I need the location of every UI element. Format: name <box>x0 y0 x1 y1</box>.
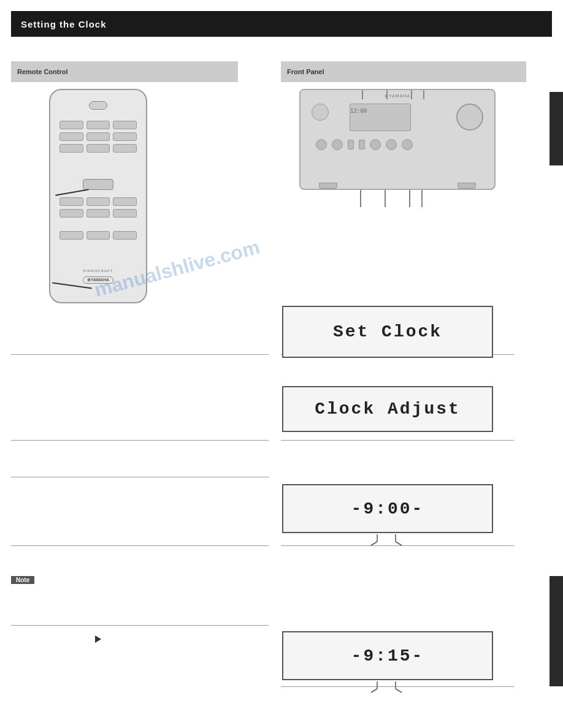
amp-knob-2 <box>332 139 343 150</box>
amp-vline-1 <box>362 90 363 99</box>
remote-lower-btn-2 <box>86 197 110 206</box>
amp-vline-2 <box>386 90 388 99</box>
remote-bottom-btn-2 <box>86 231 110 240</box>
side-tab-top <box>550 92 563 165</box>
amp-knob-1 <box>316 139 327 150</box>
remote-brand-area: PIANOCRAFT ⊕YAMAHA <box>50 269 146 284</box>
remote-bottom-btn-1 <box>59 231 83 240</box>
remote-bottom-btn-3 <box>113 231 137 240</box>
arrow-indicator <box>95 634 101 645</box>
remote-bottom-grid <box>59 231 137 240</box>
remote-btn-2 <box>86 121 110 129</box>
amp-knobs-row <box>316 139 479 150</box>
remote-pianocraft-label: PIANOCRAFT <box>50 269 146 273</box>
sep-line-4 <box>11 440 269 441</box>
amp-display: 12:00 <box>350 104 411 131</box>
remote-btn-3 <box>113 121 137 129</box>
section-header-left: Remote Control <box>11 61 238 82</box>
amp-connector-1 <box>348 140 354 150</box>
remote-btn-5 <box>86 132 110 141</box>
sep-line-8 <box>11 625 269 626</box>
amp-right-knob <box>456 104 483 131</box>
header-bar: Setting the Clock <box>11 11 552 37</box>
amp-knob-3 <box>370 139 381 150</box>
svg-line-11 <box>396 689 402 692</box>
display-time-1-text: -9:00- <box>351 499 424 518</box>
remote-lower-btn-5 <box>86 209 110 218</box>
display-time-1: -9:00- <box>282 484 493 533</box>
section-header-left-text: Remote Control <box>17 68 68 75</box>
remote-btn-7 <box>59 144 83 153</box>
remote-lower-grid <box>59 197 137 218</box>
remote-btn-8 <box>86 144 110 153</box>
remote-btn-6 <box>113 132 137 141</box>
remote-btn-4 <box>59 132 83 141</box>
remote-btn-1 <box>59 121 83 129</box>
remote-yamaha-label: ⊕YAMAHA <box>83 276 113 284</box>
remote-body: PIANOCRAFT ⊕YAMAHA <box>49 89 147 303</box>
remote-lower-btn-1 <box>59 197 83 206</box>
remote-power-button <box>89 101 107 110</box>
amp-body: ⊕YAMAHA 12:00 <box>299 89 496 190</box>
amp-yamaha-logo: ⊕YAMAHA <box>385 94 410 99</box>
display-time-2: -9:15- <box>282 631 493 680</box>
remote-lower-btn-6 <box>113 209 137 218</box>
tick-marks-1 <box>282 534 493 547</box>
tick-svg-1 <box>282 534 493 547</box>
amp-connector-2 <box>359 140 365 150</box>
sep-line-2 <box>11 354 269 355</box>
remote-lower-btn-4 <box>59 209 83 218</box>
amp-knob-5 <box>402 139 413 150</box>
side-tab-bottom <box>550 576 563 686</box>
sep-line-5 <box>11 477 269 477</box>
amp-knob-4 <box>386 139 397 150</box>
amp-foot-right <box>458 183 476 189</box>
amp-feet <box>319 183 476 189</box>
svg-line-9 <box>371 689 377 692</box>
svg-line-5 <box>371 542 377 545</box>
amp-pointer-lines <box>299 190 496 208</box>
display-clock-adjust-text: Clock Adjust <box>315 400 461 419</box>
remote-lower-btn-3 <box>113 197 137 206</box>
remote-nav-bar <box>83 179 113 190</box>
amp-vline-4 <box>423 90 424 99</box>
amp-illustration: ⊕YAMAHA 12:00 <box>281 89 514 211</box>
amp-vline-3 <box>411 90 412 99</box>
display-clock-adjust: Clock Adjust <box>282 386 493 432</box>
section-header-right-text: Front Panel <box>287 68 324 75</box>
section-header-right: Front Panel <box>281 61 526 82</box>
tick-svg-2 <box>282 681 493 694</box>
sep-line-7 <box>11 545 269 546</box>
display-time-2-text: -9:15- <box>351 646 424 665</box>
remote-btn-9 <box>113 144 137 153</box>
svg-line-7 <box>396 542 402 545</box>
tick-marks-2 <box>282 681 493 694</box>
sep-line-3 <box>281 440 514 441</box>
amp-left-circle <box>312 104 329 121</box>
remote-illustration: PIANOCRAFT ⊕YAMAHA <box>37 89 159 316</box>
right-arrow-icon <box>95 635 101 643</box>
amp-display-text: 12:00 <box>350 108 367 114</box>
remote-number-grid <box>59 121 137 153</box>
display-set-clock: Set Clock <box>282 306 493 358</box>
note-label: Note <box>11 576 34 584</box>
amp-foot-left <box>319 183 337 189</box>
display-set-clock-text: Set Clock <box>333 322 442 341</box>
header-title: Setting the Clock <box>21 19 107 29</box>
